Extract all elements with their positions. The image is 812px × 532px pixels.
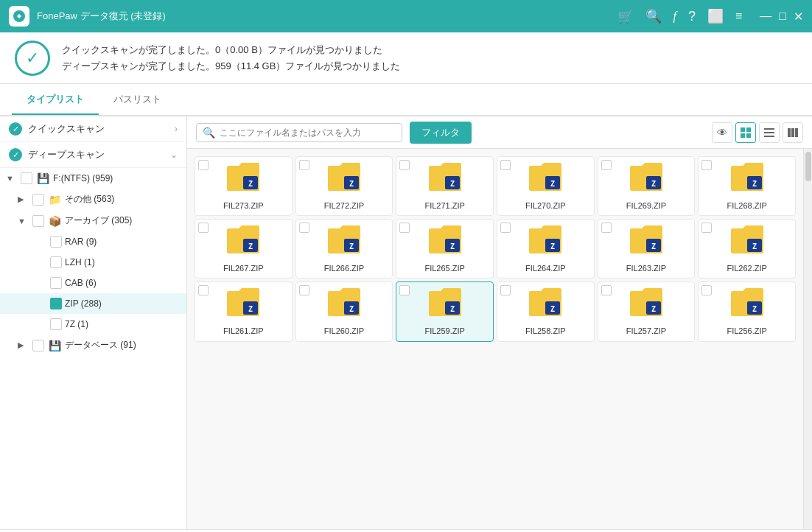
tree-toggle-database[interactable]: ▶: [18, 340, 29, 350]
search-input[interactable]: [220, 127, 396, 138]
facebook-icon[interactable]: f: [673, 10, 676, 23]
file-cell[interactable]: Z FIL267.ZIP: [195, 219, 293, 279]
file-cell[interactable]: Z FIL264.ZIP: [497, 219, 595, 279]
file-icon: Z: [326, 163, 362, 198]
file-checkbox[interactable]: [701, 285, 712, 295]
quick-scan-check-icon: ✓: [9, 122, 22, 136]
tree-toggle-other[interactable]: ▶: [18, 195, 29, 204]
file-checkbox[interactable]: [500, 223, 511, 233]
tab-path-list[interactable]: パスリスト: [99, 85, 176, 115]
view-grid-icon[interactable]: [735, 122, 756, 143]
tree-item-7z[interactable]: 7Z (1): [0, 314, 186, 335]
tree-cb-lzh[interactable]: [50, 256, 62, 268]
file-cell[interactable]: Z FIL256.ZIP: [698, 281, 796, 341]
file-cell[interactable]: Z FIL265.ZIP: [396, 219, 494, 279]
deep-scan-section[interactable]: ✓ ディープスキャン ⌄: [0, 142, 186, 168]
tree-item-lzh[interactable]: LZH (1): [0, 252, 186, 273]
file-checkbox[interactable]: [500, 285, 511, 295]
file-cell[interactable]: Z FIL259.ZIP: [396, 281, 494, 341]
file-cell[interactable]: Z FIL261.ZIP: [195, 281, 293, 341]
tab-type-list[interactable]: タイプリスト: [12, 85, 99, 115]
file-cell[interactable]: Z FIL263.ZIP: [598, 219, 696, 279]
view-preview-icon[interactable]: 👁: [712, 122, 732, 143]
status-line1: クイックスキャンが完了しました。0（0.00 B）ファイルが見つかりました: [62, 43, 400, 57]
file-cell[interactable]: Z FIL268.ZIP: [698, 156, 796, 216]
file-cell[interactable]: Z FIL270.ZIP: [497, 156, 595, 216]
tree-item-rar[interactable]: RAR (9): [0, 231, 186, 252]
status-check-icon: ✓: [15, 41, 50, 76]
scrollbar[interactable]: [803, 149, 812, 529]
file-checkbox[interactable]: [299, 285, 309, 295]
file-cell[interactable]: Z FIL273.ZIP: [195, 156, 293, 216]
clipboard-icon[interactable]: ⬜: [707, 8, 724, 24]
tree-name-cab: CAB (6): [65, 278, 181, 288]
tree-item-other[interactable]: ▶ 📁 その他 (563): [0, 189, 186, 210]
file-checkbox[interactable]: [601, 160, 612, 170]
view-list-icon[interactable]: [759, 122, 780, 143]
tree-name-other: その他 (563): [65, 193, 181, 206]
tree-toggle-archive[interactable]: ▼: [18, 217, 29, 225]
svg-text:Z: Z: [248, 242, 253, 251]
help-icon[interactable]: ?: [688, 9, 696, 24]
tree-toggle-f-ntfs[interactable]: ▼: [6, 174, 18, 183]
file-cell[interactable]: Z FIL266.ZIP: [295, 219, 393, 279]
filter-button[interactable]: フィルタ: [410, 122, 472, 144]
tree-item-f-ntfs[interactable]: ▼ 💾 F:(NTFS) (959): [0, 168, 186, 189]
file-checkbox[interactable]: [399, 223, 410, 233]
file-checkbox[interactable]: [198, 223, 209, 233]
file-checkbox[interactable]: [399, 160, 410, 170]
file-checkbox[interactable]: [601, 285, 612, 295]
sidebar: ✓ クイックスキャン › ✓ ディープスキャン ⌄ ▼ 💾 F:(NTFS) (…: [0, 116, 187, 529]
file-icon: Z: [729, 225, 765, 261]
minimize-button[interactable]: —: [760, 10, 771, 23]
file-checkbox[interactable]: [500, 160, 511, 170]
file-cell[interactable]: Z FIL257.ZIP: [598, 281, 696, 341]
toolbar: 🔍 フィルタ 👁: [187, 116, 812, 149]
svg-rect-1: [741, 127, 745, 132]
cart-icon[interactable]: 🛒: [617, 8, 634, 24]
search-box[interactable]: 🔍: [196, 123, 402, 142]
file-cell[interactable]: Z FIL271.ZIP: [396, 156, 494, 216]
file-icon: Z: [729, 163, 765, 198]
file-checkbox[interactable]: [198, 160, 209, 170]
file-cell[interactable]: Z FIL258.ZIP: [497, 281, 595, 341]
tree-item-archive[interactable]: ▼ 📦 アーカイブ (305): [0, 210, 186, 231]
quick-scan-label: クイックスキャン: [28, 122, 105, 136]
maximize-button[interactable]: □: [779, 10, 786, 23]
tree-cb-rar[interactable]: [50, 236, 62, 248]
menu-icon[interactable]: ≡: [735, 10, 742, 23]
close-button[interactable]: ✕: [794, 10, 803, 24]
tree-cb-f-ntfs[interactable]: [21, 172, 32, 184]
file-cell[interactable]: Z FIL269.ZIP: [598, 156, 696, 216]
file-checkbox[interactable]: [399, 285, 410, 295]
view-detail-icon[interactable]: [783, 122, 803, 143]
file-checkbox[interactable]: [299, 223, 309, 233]
file-icon: Z: [225, 288, 261, 323]
main-area: ✓ クイックスキャン › ✓ ディープスキャン ⌄ ▼ 💾 F:(NTFS) (…: [0, 116, 812, 529]
tree-cb-7z[interactable]: [50, 318, 62, 330]
file-checkbox[interactable]: [198, 285, 209, 295]
tree-item-zip[interactable]: ZIP (288): [0, 293, 186, 314]
tree-item-database[interactable]: ▶ 💾 データベース (91): [0, 335, 186, 356]
tree-cb-archive[interactable]: [32, 215, 44, 227]
file-cell[interactable]: Z FIL272.ZIP: [295, 156, 393, 216]
tree-cb-cab[interactable]: [50, 277, 62, 289]
svg-text:Z: Z: [651, 305, 656, 313]
content-area: 🔍 フィルタ 👁: [187, 116, 812, 529]
tree-item-cab[interactable]: CAB (6): [0, 273, 186, 293]
file-cell[interactable]: Z FIL260.ZIP: [295, 281, 393, 341]
file-icon: Z: [427, 225, 463, 261]
file-cell[interactable]: Z FIL262.ZIP: [698, 219, 796, 279]
quick-scan-section[interactable]: ✓ クイックスキャン ›: [0, 116, 186, 142]
file-checkbox[interactable]: [701, 223, 712, 233]
scroll-handle[interactable]: [805, 152, 811, 181]
file-checkbox[interactable]: [299, 160, 309, 170]
search-icon[interactable]: 🔍: [645, 8, 662, 24]
file-checkbox[interactable]: [601, 223, 612, 233]
file-name: FIL261.ZIP: [223, 326, 263, 336]
tree-cb-zip[interactable]: [50, 298, 62, 309]
file-checkbox[interactable]: [701, 160, 712, 170]
tabbar: タイプリスト パスリスト: [0, 84, 812, 116]
tree-cb-other[interactable]: [32, 194, 44, 206]
tree-cb-database[interactable]: [32, 340, 44, 351]
